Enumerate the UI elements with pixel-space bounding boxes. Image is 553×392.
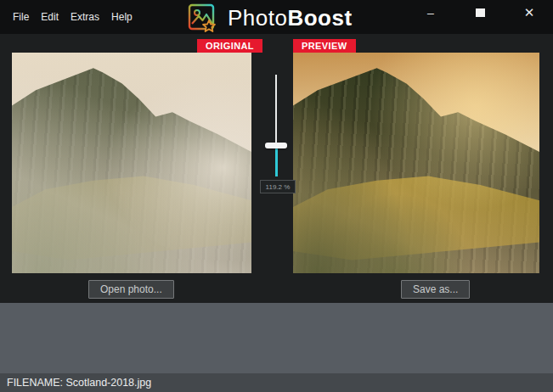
- photoboost-window: File Edit Extras Help PhotoBoost – ✕: [0, 0, 553, 392]
- menu-item-help[interactable]: Help: [111, 11, 133, 23]
- controls-panel: Automatic optimization: Off Auto-Color: …: [0, 303, 553, 373]
- minimize-button[interactable]: –: [418, 0, 443, 25]
- maximize-button[interactable]: [467, 0, 493, 25]
- menu-item-edit[interactable]: Edit: [41, 11, 59, 23]
- menu-item-extras[interactable]: Extras: [71, 11, 99, 23]
- preview-photo-glow: [293, 53, 539, 273]
- preview-zoom-value: 119.2 %: [260, 180, 296, 193]
- original-photo-haze: [12, 53, 251, 273]
- save-as-button[interactable]: Save as...: [401, 280, 470, 299]
- title-bar: File Edit Extras Help PhotoBoost – ✕: [0, 0, 553, 34]
- status-bar: FILENAME: Scotland-2018.jpg: [0, 373, 553, 392]
- original-photo: [12, 53, 251, 273]
- original-tag: ORIGINAL: [197, 39, 262, 53]
- preview-zoom-track-lower[interactable]: [275, 146, 278, 176]
- filename-text: FILENAME: Scotland-2018.jpg: [7, 377, 151, 389]
- preview-photo: [293, 53, 539, 273]
- app-title: PhotoBoost: [228, 4, 353, 31]
- close-button[interactable]: ✕: [516, 0, 542, 25]
- maximize-icon: [476, 8, 485, 17]
- menu-item-file[interactable]: File: [13, 11, 29, 23]
- preview-zoom-track-upper[interactable]: [275, 75, 277, 146]
- photoboost-logo-icon: [187, 3, 217, 33]
- app-title-photo: Photo: [228, 5, 287, 31]
- preview-zoom-slider-handle[interactable]: [265, 143, 287, 148]
- preview-zoom-slider[interactable]: [263, 75, 289, 176]
- preview-tag: PREVIEW: [293, 39, 356, 53]
- open-photo-button[interactable]: Open photo...: [88, 280, 174, 299]
- menu-bar: File Edit Extras Help: [13, 0, 133, 34]
- app-title-boost: Boost: [287, 5, 352, 31]
